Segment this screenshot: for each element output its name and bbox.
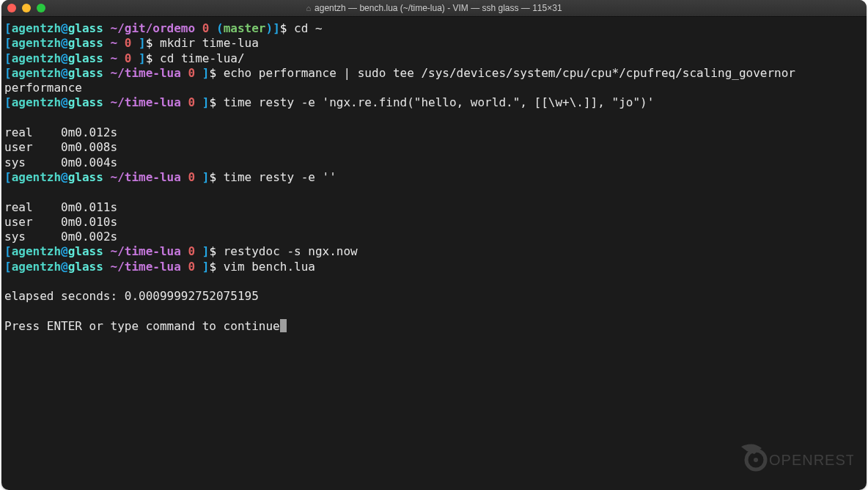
- prompt-bracket: [: [4, 260, 12, 274]
- time-user-label: user: [4, 140, 33, 154]
- prompt-user: agentzh: [12, 51, 61, 65]
- prompt-bracket: [: [4, 21, 12, 35]
- prompt-at: @: [61, 36, 68, 50]
- prompt-dir: ~: [111, 36, 118, 50]
- cursor-icon: [280, 319, 287, 332]
- prompt-dollar: $: [209, 244, 216, 258]
- prompt-dir: ~/time-lua: [111, 170, 181, 184]
- prompt-bracket: ]: [202, 244, 210, 258]
- prompt-dir: ~/time-lua: [111, 260, 181, 274]
- prompt-at: @: [61, 260, 68, 274]
- prompt-user: agentzh: [12, 95, 61, 109]
- command-text: restydoc -s ngx.now: [224, 244, 358, 258]
- prompt-at: @: [61, 66, 68, 80]
- prompt-host: glass: [68, 170, 103, 184]
- prompt-at: @: [61, 21, 68, 35]
- openresty-logo: OPENRESTY: [740, 441, 853, 477]
- minimize-icon[interactable]: [22, 4, 31, 12]
- command-text: time resty -e 'ngx.re.find("hello, world…: [224, 95, 655, 109]
- prompt-bracket: ]: [202, 95, 210, 109]
- prompt-dir: ~/time-lua: [111, 244, 181, 258]
- svg-point-1: [754, 458, 758, 462]
- prompt-host: glass: [68, 21, 103, 35]
- time-real-value: 0m0.012s: [61, 125, 117, 139]
- prompt-bracket: ]: [202, 260, 210, 274]
- time-sys-value: 0m0.004s: [61, 156, 117, 169]
- prompt-dollar: $: [280, 21, 287, 35]
- titlebar: ⌂ agentzh — bench.lua (~/time-lua) - VIM…: [1, 0, 867, 17]
- prompt-bracket: ]: [202, 66, 210, 80]
- prompt-at: @: [61, 51, 68, 65]
- prompt-user: agentzh: [12, 21, 61, 35]
- prompt-bracket: ]: [139, 51, 146, 65]
- vim-press-enter: Press ENTER or type command to continue: [4, 319, 280, 333]
- prompt-status: 0: [125, 51, 132, 65]
- prompt-user: agentzh: [12, 170, 61, 184]
- prompt-status: 0: [188, 66, 196, 80]
- prompt-user: agentzh: [12, 36, 61, 50]
- time-real-label: real: [4, 125, 33, 139]
- command-text: mkdir time-lua: [160, 36, 259, 50]
- command-text: vim bench.lua: [224, 260, 315, 274]
- time-sys-label: sys: [4, 230, 26, 244]
- prompt-dollar: $: [209, 170, 216, 184]
- prompt-host: glass: [68, 244, 103, 258]
- prompt-at: @: [61, 95, 68, 109]
- branch-paren: (: [216, 21, 224, 35]
- prompt-dollar: $: [146, 36, 153, 50]
- output-elapsed: elapsed seconds: 0.00099992752075195: [4, 289, 259, 303]
- time-real-label: real: [4, 200, 33, 214]
- prompt-bracket: [: [4, 36, 12, 50]
- output-text: performance: [4, 81, 82, 95]
- time-sys-label: sys: [4, 156, 26, 169]
- prompt-status: 0: [188, 170, 196, 184]
- logo-text: OPENRESTY: [769, 452, 853, 468]
- window-controls: [7, 4, 45, 12]
- prompt-dir: ~/git/ordemo: [111, 21, 196, 35]
- time-user-label: user: [4, 215, 33, 229]
- prompt-status: 0: [188, 95, 196, 109]
- close-icon[interactable]: [7, 4, 16, 12]
- time-user-value: 0m0.010s: [61, 215, 117, 229]
- prompt-user: agentzh: [12, 66, 61, 80]
- branch-paren: ): [265, 21, 273, 35]
- time-user-value: 0m0.008s: [61, 140, 117, 154]
- prompt-dir: ~/time-lua: [111, 95, 181, 109]
- prompt-at: @: [61, 170, 68, 184]
- time-sys-value: 0m0.002s: [61, 230, 117, 244]
- prompt-host: glass: [68, 51, 103, 65]
- prompt-dir: ~: [111, 51, 118, 65]
- prompt-dollar: $: [209, 95, 216, 109]
- zoom-icon[interactable]: [37, 4, 45, 12]
- prompt-dir: ~/time-lua: [111, 66, 181, 80]
- prompt-status: 0: [202, 21, 210, 35]
- command-text: echo performance | sudo tee /sys/devices…: [224, 66, 795, 80]
- prompt-dollar: $: [209, 260, 216, 274]
- prompt-host: glass: [68, 66, 103, 80]
- prompt-user: agentzh: [12, 260, 61, 274]
- prompt-bracket: ]: [139, 36, 146, 50]
- command-text: time resty -e '': [224, 170, 336, 184]
- prompt-host: glass: [68, 95, 103, 109]
- prompt-host: glass: [68, 36, 103, 50]
- home-icon: ⌂: [306, 4, 311, 12]
- prompt-bracket: ]: [273, 21, 280, 35]
- window-title: ⌂ agentzh — bench.lua (~/time-lua) - VIM…: [1, 3, 867, 13]
- prompt-status: 0: [125, 36, 132, 50]
- window-title-text: agentzh — bench.lua (~/time-lua) - VIM —…: [315, 3, 562, 13]
- prompt-bracket: [: [4, 66, 12, 80]
- prompt-host: glass: [68, 260, 103, 274]
- prompt-bracket: ]: [202, 170, 210, 184]
- prompt-bracket: [: [4, 51, 12, 65]
- command-text: cd time-lua/: [160, 51, 245, 65]
- prompt-dollar: $: [146, 51, 153, 65]
- prompt-user: agentzh: [12, 244, 61, 258]
- terminal-content[interactable]: [agentzh@glass ~/git/ordemo 0 (master)]$…: [1, 17, 867, 338]
- prompt-status: 0: [188, 260, 196, 274]
- prompt-status: 0: [188, 244, 196, 258]
- prompt-branch: master: [224, 21, 266, 35]
- time-real-value: 0m0.011s: [61, 200, 117, 214]
- prompt-bracket: [: [4, 95, 12, 109]
- prompt-at: @: [61, 244, 68, 258]
- terminal-window: ⌂ agentzh — bench.lua (~/time-lua) - VIM…: [1, 0, 867, 490]
